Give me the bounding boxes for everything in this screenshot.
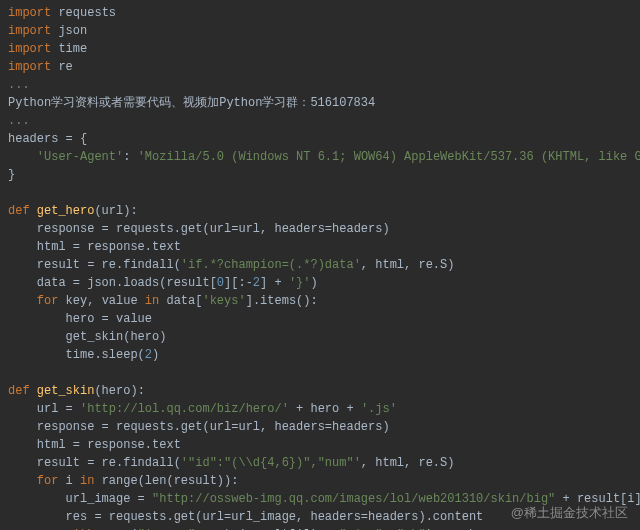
code-token: 'if.*?champion=(.*?)data' bbox=[181, 258, 361, 272]
code-line: def get_hero(url): bbox=[8, 202, 632, 220]
code-token: import bbox=[8, 24, 51, 38]
code-token: import bbox=[8, 6, 51, 20]
code-token: in bbox=[145, 294, 159, 308]
code-token: get_skin bbox=[37, 384, 95, 398]
code-token: data = json.loads(result[ bbox=[8, 276, 217, 290]
code-token: hero = value bbox=[8, 312, 152, 326]
code-token: res = requests.get(url=url_image, header… bbox=[8, 510, 483, 524]
code-line: response = requests.get(url=url, headers… bbox=[8, 220, 632, 238]
code-line: import re bbox=[8, 58, 632, 76]
code-line: response = requests.get(url=url, headers… bbox=[8, 418, 632, 436]
code-token: ) bbox=[310, 276, 317, 290]
code-token bbox=[8, 150, 37, 164]
code-token: (url): bbox=[94, 204, 137, 218]
code-line: result = re.findall('"id":"(\\d{4,6})","… bbox=[8, 454, 632, 472]
code-token: 'http://lol.qq.com/biz/hero/' bbox=[80, 402, 289, 416]
code-token: , html, re.S) bbox=[361, 258, 455, 272]
code-line: Python学习资料或者需要代码、视频加Python学习群：516107834 bbox=[8, 94, 632, 112]
code-token: 2 bbox=[145, 348, 152, 362]
code-line: for key, value in data['keys'].items(): bbox=[8, 292, 632, 310]
code-line: html = response.text bbox=[8, 238, 632, 256]
code-line: result = re.findall('if.*?champion=(.*?)… bbox=[8, 256, 632, 274]
code-token: ][:- bbox=[224, 276, 253, 290]
code-token: + result[i] + bbox=[555, 492, 640, 506]
code-token: i bbox=[58, 474, 80, 488]
code-line: headers = { bbox=[8, 130, 632, 148]
code-token: import bbox=[8, 60, 51, 74]
code-token: get_skin(hero) bbox=[8, 330, 166, 344]
code-token: ].items(): bbox=[246, 294, 318, 308]
code-token: import bbox=[8, 42, 51, 56]
code-token: time.sleep( bbox=[8, 348, 145, 362]
code-token: response = requests.get(url=url, headers… bbox=[8, 222, 390, 236]
code-token: response = requests.get(url=url, headers… bbox=[8, 420, 390, 434]
code-token: in bbox=[80, 474, 94, 488]
code-token: ] + bbox=[260, 276, 289, 290]
code-token: 0 bbox=[217, 276, 224, 290]
code-line: ... bbox=[8, 76, 632, 94]
code-line: import requests bbox=[8, 4, 632, 22]
code-token: result = re.findall( bbox=[8, 258, 181, 272]
code-token: } bbox=[8, 168, 15, 182]
code-token: key, value bbox=[58, 294, 144, 308]
code-token: html = response.text bbox=[8, 438, 181, 452]
code-token: ... bbox=[8, 78, 30, 92]
code-token: result = re.findall( bbox=[8, 456, 181, 470]
code-token: 2 bbox=[253, 276, 260, 290]
code-line: ... bbox=[8, 112, 632, 130]
code-token: (hero): bbox=[94, 384, 144, 398]
code-token: Python学习资料或者需要代码、视频加Python学习群：516107834 bbox=[8, 96, 375, 110]
code-token: + hero + bbox=[289, 402, 361, 416]
code-line: import time bbox=[8, 40, 632, 58]
code-token: 'User-Agent' bbox=[37, 150, 123, 164]
code-token: data[ bbox=[159, 294, 202, 308]
code-line: data = json.loads(result[0][:-2] + '}') bbox=[8, 274, 632, 292]
code-area: import requestsimport jsonimport timeimp… bbox=[0, 0, 640, 530]
code-token: get_hero bbox=[37, 204, 95, 218]
code-token: 'keys' bbox=[202, 294, 245, 308]
code-line bbox=[8, 364, 632, 382]
code-line: time.sleep(2) bbox=[8, 346, 632, 364]
code-line: res = requests.get(url=url_image, header… bbox=[8, 508, 632, 526]
code-token: '}' bbox=[289, 276, 311, 290]
code-line: } bbox=[8, 166, 632, 184]
code-line: with open("images" + str(result[i]) + ".… bbox=[8, 526, 632, 530]
code-token: '"id":"(\\d{4,6})","num"' bbox=[181, 456, 361, 470]
code-token: html = response.text bbox=[8, 240, 181, 254]
code-line: 'User-Agent': 'Mozilla/5.0 (Windows NT 6… bbox=[8, 148, 632, 166]
code-line: url_image = "http://ossweb-img.qq.com/im… bbox=[8, 490, 632, 508]
code-token: "http://ossweb-img.qq.com/images/lol/web… bbox=[152, 492, 555, 506]
code-line: html = response.text bbox=[8, 436, 632, 454]
code-line: hero = value bbox=[8, 310, 632, 328]
code-line: def get_skin(hero): bbox=[8, 382, 632, 400]
code-token: '.js' bbox=[361, 402, 397, 416]
code-token: 'Mozilla/5.0 (Windows NT 6.1; WOW64) App… bbox=[138, 150, 640, 164]
code-line bbox=[8, 184, 632, 202]
code-line: for i in range(len(result)): bbox=[8, 472, 632, 490]
code-token: requests bbox=[51, 6, 116, 20]
code-token: def bbox=[8, 204, 37, 218]
code-token: def bbox=[8, 384, 37, 398]
code-token: for bbox=[37, 294, 59, 308]
code-token: ) bbox=[152, 348, 159, 362]
code-token bbox=[8, 474, 37, 488]
code-token: url = bbox=[8, 402, 80, 416]
code-token: headers = { bbox=[8, 132, 87, 146]
code-token: url_image = bbox=[8, 492, 152, 506]
code-token bbox=[8, 294, 37, 308]
code-token: , html, re.S) bbox=[361, 456, 455, 470]
code-line: get_skin(hero) bbox=[8, 328, 632, 346]
code-token: time bbox=[51, 42, 87, 56]
code-token: range(len(result)): bbox=[94, 474, 238, 488]
code-token: : bbox=[123, 150, 137, 164]
code-line: url = 'http://lol.qq.com/biz/hero/' + he… bbox=[8, 400, 632, 418]
code-token: ... bbox=[8, 114, 30, 128]
code-token: json bbox=[51, 24, 87, 38]
code-line: import json bbox=[8, 22, 632, 40]
code-token: re bbox=[51, 60, 73, 74]
code-token: for bbox=[37, 474, 59, 488]
